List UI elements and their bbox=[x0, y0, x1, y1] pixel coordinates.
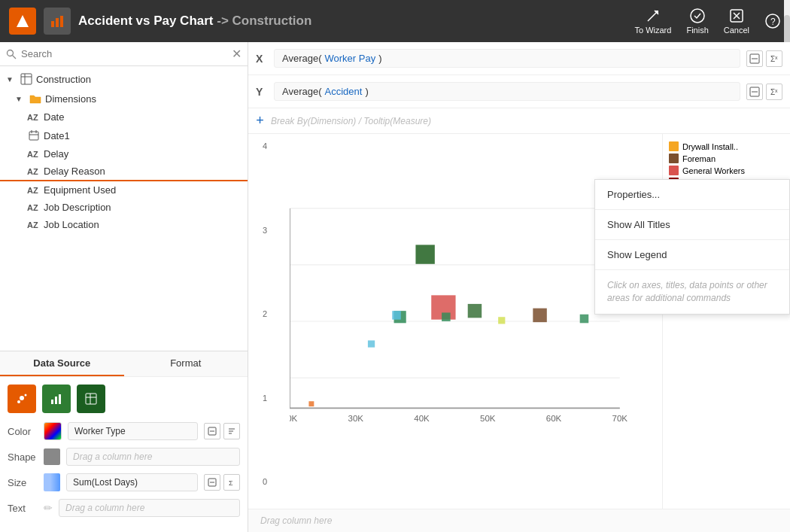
svg-rect-3 bbox=[60, 16, 63, 27]
tree-label-date: Date bbox=[44, 111, 64, 123]
svg-rect-66 bbox=[308, 401, 314, 406]
svg-rect-22 bbox=[55, 397, 57, 404]
svg-marker-0 bbox=[17, 15, 29, 27]
y-axis-row: Y Average(Accident) Σx bbox=[248, 75, 790, 108]
bottom-drag-label: Drag column here bbox=[260, 515, 332, 526]
break-by-plus[interactable]: + bbox=[256, 113, 271, 129]
text-field[interactable]: Drag a column here bbox=[59, 499, 240, 517]
svg-rect-1 bbox=[51, 21, 54, 27]
color-sort-icon[interactable] bbox=[223, 423, 240, 439]
x-axis-row: X Average(Worker Pay) Σx bbox=[248, 42, 790, 75]
size-label: Size bbox=[8, 477, 38, 488]
help-icon: ? bbox=[764, 13, 781, 29]
chart-area: 4 3 2 1 0 20K bbox=[248, 134, 790, 509]
tab-data-source[interactable]: Data Source bbox=[0, 351, 124, 376]
help-button[interactable]: ? bbox=[764, 13, 781, 29]
to-wizard-button[interactable]: To Wizard bbox=[635, 8, 672, 35]
search-bar: ✕ bbox=[0, 42, 248, 66]
chart-icon-box bbox=[44, 8, 71, 35]
table-icon-btn[interactable] bbox=[77, 385, 105, 413]
size-edit-icon[interactable] bbox=[204, 474, 220, 491]
tree-item-equipment[interactable]: AZ Equipment Used bbox=[0, 181, 248, 199]
legend-swatch-0 bbox=[669, 141, 679, 151]
format-panel: Color Worker Type Shape Drag a column he… bbox=[0, 376, 248, 532]
context-menu-show-legend[interactable]: Show Legend bbox=[595, 240, 789, 270]
color-label: Color bbox=[8, 426, 38, 437]
size-swatch bbox=[44, 473, 60, 491]
svg-text:50K: 50K bbox=[480, 414, 496, 423]
svg-rect-24 bbox=[86, 394, 96, 404]
x-edit-icon[interactable] bbox=[746, 50, 763, 67]
tree-item-job-loc[interactable]: AZ Job Location bbox=[0, 216, 248, 233]
tree-item-date1[interactable]: Date1 bbox=[0, 126, 248, 145]
tree-item-date[interactable]: AZ Date bbox=[0, 108, 248, 126]
color-field[interactable]: Worker Type bbox=[68, 422, 198, 440]
text-pencil-icon: ✏ bbox=[44, 502, 53, 514]
scatter-icon-btn[interactable] bbox=[8, 385, 36, 413]
tree-item-job-desc[interactable]: AZ Job Description bbox=[0, 199, 248, 216]
context-menu-show-titles[interactable]: Show All Titles bbox=[595, 210, 789, 240]
legend-item-2: General Workers bbox=[669, 166, 784, 175]
color-row: Color Worker Type bbox=[8, 422, 240, 440]
svg-point-19 bbox=[20, 396, 24, 400]
color-edit-icon[interactable] bbox=[204, 423, 220, 439]
cancel-button[interactable]: Cancel bbox=[724, 8, 749, 35]
svg-text:x: x bbox=[775, 88, 778, 93]
tree-label-job-desc: Job Description bbox=[44, 202, 111, 213]
y-axis-icons: Σx bbox=[746, 84, 782, 100]
table-icon bbox=[20, 72, 33, 86]
finish-button[interactable]: Finish bbox=[686, 8, 708, 35]
svg-text:40K: 40K bbox=[414, 414, 430, 423]
tree-dimensions[interactable]: ▼ Dimensions bbox=[0, 89, 248, 108]
logo-icon bbox=[15, 14, 30, 29]
size-formula-icon[interactable]: Σ bbox=[223, 474, 240, 491]
break-by-row: + Break By(Dimension) / Tooltip(Measure) bbox=[248, 108, 790, 134]
tree-root-construction[interactable]: ▼ Construction bbox=[0, 69, 248, 89]
tree-item-delay[interactable]: AZ Delay bbox=[0, 145, 248, 163]
svg-text:Σ: Σ bbox=[229, 479, 233, 487]
main-layout: ✕ ▼ Construction ▼ Dimensions bbox=[0, 42, 790, 532]
svg-point-20 bbox=[25, 394, 27, 397]
tab-format[interactable]: Format bbox=[124, 351, 248, 376]
folder-icon bbox=[29, 92, 42, 105]
tree-label-delay-reason: Delay Reason bbox=[44, 166, 105, 177]
search-clear-button[interactable]: ✕ bbox=[232, 47, 242, 61]
context-menu-properties[interactable]: Properties... bbox=[595, 180, 789, 210]
bottom-drag-area[interactable]: Drag column here bbox=[248, 509, 790, 532]
y-axis-field[interactable]: Average(Accident) bbox=[274, 82, 740, 101]
legend-item-1: Foreman bbox=[669, 154, 784, 163]
svg-rect-63 bbox=[533, 309, 546, 322]
bar-chart-icon bbox=[50, 14, 65, 29]
svg-rect-65 bbox=[368, 340, 375, 347]
svg-rect-59 bbox=[392, 311, 401, 320]
color-swatch[interactable] bbox=[44, 422, 62, 440]
x-axis-icons: Σx bbox=[746, 50, 782, 67]
legend-swatch-2 bbox=[669, 166, 679, 175]
page-title: Accident vs Pay Chart -> Construction bbox=[78, 14, 627, 29]
bar-icon-btn[interactable] bbox=[42, 385, 71, 413]
svg-rect-64 bbox=[580, 315, 589, 324]
content-area: X Average(Worker Pay) Σx Y Average(Accid… bbox=[248, 42, 790, 532]
tree-item-delay-reason[interactable]: AZ Delay Reason bbox=[0, 163, 248, 181]
shape-label: Shape bbox=[8, 451, 38, 463]
context-menu: Properties... Show All Titles Show Legen… bbox=[594, 179, 790, 315]
finish-icon bbox=[689, 8, 706, 24]
svg-point-9 bbox=[8, 50, 14, 56]
context-menu-hint: Click on axes, titles, data points or ot… bbox=[595, 270, 789, 314]
svg-rect-60 bbox=[468, 304, 482, 318]
y-formula-icon[interactable]: Σx bbox=[766, 84, 782, 100]
y-edit-icon[interactable] bbox=[746, 84, 763, 100]
size-row: Size Sum(Lost Days) Σ bbox=[8, 473, 240, 491]
shape-field[interactable]: Drag a column here bbox=[66, 448, 240, 466]
dimensions-label: Dimensions bbox=[45, 93, 96, 105]
header-actions: To Wizard Finish Cancel ? bbox=[635, 8, 782, 35]
size-field[interactable]: Sum(Lost Days) bbox=[66, 473, 198, 491]
x-formula-icon[interactable]: Σx bbox=[766, 50, 782, 67]
root-label: Construction bbox=[36, 74, 91, 85]
tree-label-job-loc: Job Location bbox=[44, 219, 99, 230]
legend-label-1: Foreman bbox=[682, 154, 716, 163]
svg-line-10 bbox=[13, 55, 17, 59]
search-input[interactable] bbox=[21, 48, 227, 59]
x-axis-field[interactable]: Average(Worker Pay) bbox=[274, 49, 740, 68]
text-row: Text ✏ Drag a column here bbox=[8, 499, 240, 517]
